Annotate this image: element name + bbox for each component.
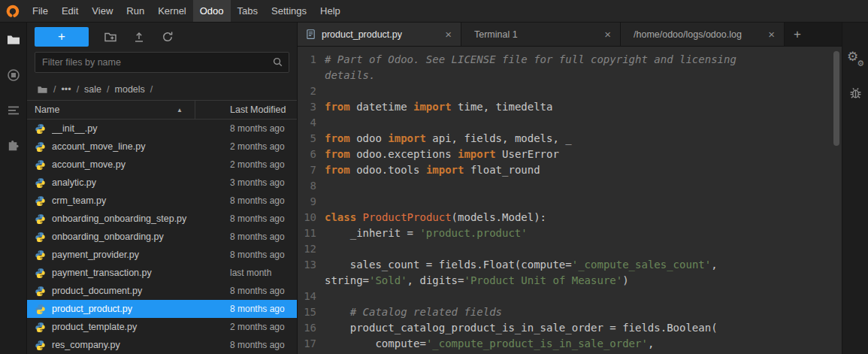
menu-kernel[interactable]: Kernel xyxy=(151,0,193,22)
refresh-button[interactable] xyxy=(161,30,174,44)
code-line-text[interactable] xyxy=(325,115,781,131)
code-line: 8 xyxy=(298,178,842,194)
column-header-modified[interactable]: Last Modified xyxy=(195,104,286,115)
menu-tabs[interactable]: Tabs xyxy=(231,0,265,22)
menu-odoo[interactable]: Odoo xyxy=(193,0,231,22)
menu-bar-items: FileEditViewRunKernelOdooTabsSettingsHel… xyxy=(26,0,347,22)
line-number: 11 xyxy=(298,225,325,241)
file-row[interactable]: payment_provider.py8 months ago xyxy=(27,246,297,264)
close-icon[interactable]: × xyxy=(603,29,612,40)
code-line-text[interactable]: from odoo.tools import float_round xyxy=(325,162,781,178)
code-area[interactable]: 1# Part of Odoo. See LICENSE file for fu… xyxy=(298,47,842,352)
file-row[interactable]: res_company.py8 months ago xyxy=(27,336,297,354)
menu-help[interactable]: Help xyxy=(313,0,347,22)
file-row[interactable]: analytic.py3 months ago xyxy=(27,174,297,192)
close-icon[interactable]: × xyxy=(767,29,776,40)
breadcrumb-segment[interactable]: ••• xyxy=(61,84,71,95)
upload-button[interactable] xyxy=(132,30,146,44)
close-icon[interactable]: × xyxy=(443,29,453,40)
editor-tab[interactable]: product_product.py× xyxy=(298,23,461,46)
code-line-text[interactable] xyxy=(325,83,781,99)
python-file-icon xyxy=(35,195,46,207)
line-number: 5 xyxy=(298,131,325,147)
code-line-text[interactable] xyxy=(325,241,781,257)
file-row[interactable]: onboarding_onboarding_step.py8 months ag… xyxy=(27,210,297,228)
code-line-text[interactable]: from odoo import api, fields, models, _ xyxy=(325,131,781,147)
file-name: account_move_line.py xyxy=(52,141,195,152)
file-row[interactable]: product_product.py8 months ago xyxy=(27,300,297,318)
file-row[interactable]: account_move.py2 months ago xyxy=(27,156,297,174)
file-name: crm_team.py xyxy=(52,195,195,206)
file-row[interactable]: product_document.py8 months ago xyxy=(27,282,297,300)
sidebar-tab-debugger[interactable] xyxy=(848,86,863,100)
code-line-text[interactable]: class ProductProduct(models.Model): xyxy=(325,210,781,225)
new-tab-button[interactable]: + xyxy=(785,23,810,46)
menu-view[interactable]: View xyxy=(85,0,119,22)
column-header-name[interactable]: Name ▲ xyxy=(27,101,195,119)
code-line-text[interactable]: product_catalog_product_is_in_sale_order… xyxy=(325,320,781,336)
line-number: 15 xyxy=(298,304,325,320)
code-line-text[interactable]: # Part of Odoo. See LICENSE file for ful… xyxy=(325,52,781,83)
menu-run[interactable]: Run xyxy=(119,0,151,22)
code-line-text[interactable]: from odoo.exceptions import UserError xyxy=(325,147,781,162)
sidebar-tab-property-inspector[interactable]: ⚙⚙ xyxy=(847,51,863,68)
code-editor[interactable]: 1# Part of Odoo. See LICENSE file for fu… xyxy=(298,47,842,354)
file-browser-panel: + /•••/sale/models/ xyxy=(27,23,298,354)
code-line-text[interactable] xyxy=(325,194,781,210)
right-activity-bar: ⚙⚙ xyxy=(842,23,868,354)
breadcrumb-segment[interactable]: models xyxy=(115,84,145,95)
new-folder-button[interactable] xyxy=(104,30,117,44)
tab-bar: product_product.py×Terminal 1×/home/odoo… xyxy=(298,23,842,47)
editor-scrollbar[interactable] xyxy=(833,50,839,351)
new-launcher-button[interactable]: + xyxy=(35,27,89,47)
menu-file[interactable]: File xyxy=(26,0,55,22)
code-line: 12 xyxy=(298,241,842,257)
sidebar-tab-extensions[interactable] xyxy=(6,138,21,153)
file-row[interactable]: __init__.py8 months ago xyxy=(27,120,297,138)
file-name: res_company.py xyxy=(52,340,195,350)
file-name: account_move.py xyxy=(52,159,195,170)
file-modified: 8 months ago xyxy=(195,123,285,134)
code-line-text[interactable]: compute='_compute_product_is_in_sale_ord… xyxy=(325,336,781,352)
file-name: product_product.py xyxy=(52,304,195,314)
code-line-text[interactable]: # Catalog related fields xyxy=(325,304,781,320)
puzzle-icon xyxy=(6,138,21,153)
scrollbar-thumb[interactable] xyxy=(833,51,839,146)
menu-settings[interactable]: Settings xyxy=(265,0,313,22)
running-icon xyxy=(6,68,21,83)
code-line: 7from odoo.tools import float_round xyxy=(298,162,842,178)
code-line: 6from odoo.exceptions import UserError xyxy=(298,147,842,162)
line-number: 3 xyxy=(298,99,325,115)
file-row[interactable]: payment_transaction.pylast month xyxy=(27,264,297,282)
code-line: 9 xyxy=(298,194,842,210)
menu-bar: FileEditViewRunKernelOdooTabsSettingsHel… xyxy=(0,0,868,23)
file-modified: 3 months ago xyxy=(195,177,285,188)
file-name: product_document.py xyxy=(52,286,195,296)
sidebar-tab-running-sessions[interactable] xyxy=(6,68,21,83)
folder-icon[interactable] xyxy=(37,84,48,95)
filter-files-input[interactable] xyxy=(35,52,289,73)
file-row[interactable]: account_move_line.py2 months ago xyxy=(27,138,297,156)
code-line-text[interactable] xyxy=(325,178,781,194)
sort-asc-icon: ▲ xyxy=(177,107,183,113)
folder-icon xyxy=(6,32,21,47)
file-name: product_template.py xyxy=(52,322,195,332)
file-modified: 8 months ago xyxy=(195,340,285,350)
sidebar-tab-table-of-contents[interactable] xyxy=(6,103,21,118)
code-line-text[interactable]: sales_count = fields.Float(compute='_com… xyxy=(325,257,781,289)
code-line-text[interactable] xyxy=(325,289,781,304)
breadcrumb-segment[interactable]: sale xyxy=(84,84,101,95)
code-line-text[interactable]: from datetime import time, timedelta xyxy=(325,99,781,115)
code-line-text[interactable]: _inherit = 'product.product' xyxy=(325,225,781,241)
editor-tab[interactable]: Terminal 1× xyxy=(461,23,621,46)
code-line: 3from datetime import time, timedelta xyxy=(298,99,842,115)
file-row[interactable]: crm_team.py8 months ago xyxy=(27,192,297,210)
editor-tab[interactable]: /home/odoo/logs/odoo.log× xyxy=(621,23,785,46)
python-file-icon xyxy=(35,231,46,243)
file-row[interactable]: product_template.py2 months ago xyxy=(27,318,297,336)
file-row[interactable]: onboarding_onboarding.py8 months ago xyxy=(27,228,297,246)
menu-edit[interactable]: Edit xyxy=(55,0,85,22)
code-line: 17 compute='_compute_product_is_in_sale_… xyxy=(298,336,842,352)
python-file-icon xyxy=(35,250,46,261)
sidebar-tab-file-browser[interactable] xyxy=(6,32,21,47)
